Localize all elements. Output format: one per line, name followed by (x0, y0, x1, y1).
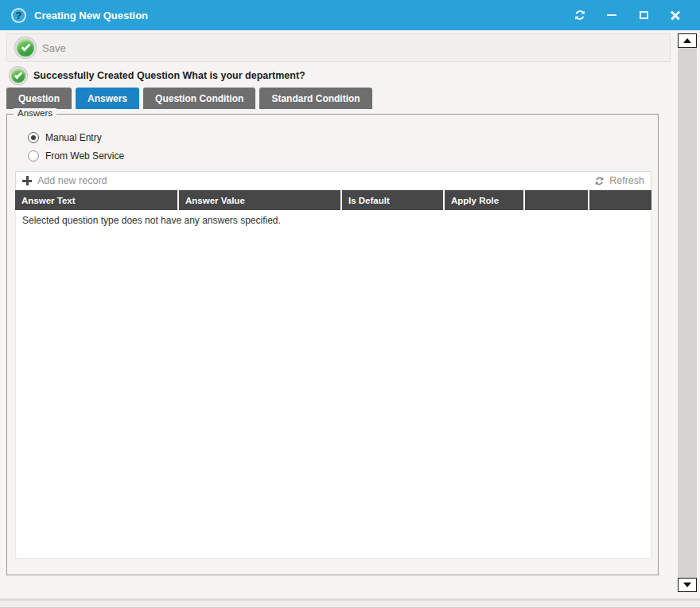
add-new-record-button[interactable]: Add new record (22, 175, 107, 186)
radio-from-web-service-icon (28, 150, 39, 162)
column-header-blank-1 (525, 190, 588, 210)
answers-panel: Answers Manual Entry From Web Service Ad… (6, 114, 659, 575)
success-check-icon (10, 67, 27, 84)
plus-icon (22, 176, 32, 185)
maximize-button[interactable] (636, 8, 651, 22)
grid-toolbar: Add new record Refresh (15, 171, 651, 190)
grid-header-row: Answer Text Answer Value Is Default Appl… (15, 190, 651, 210)
column-header-answer-text[interactable]: Answer Text (15, 190, 177, 210)
scroll-down-icon (683, 583, 691, 587)
column-header-is-default[interactable]: Is Default (342, 190, 443, 210)
window-title: Creating New Question (34, 10, 148, 21)
radio-manual-entry-label: Manual Entry (45, 132, 102, 143)
save-check-icon (15, 37, 36, 58)
app-window: ? Creating New Question Save Successf (0, 0, 700, 608)
tab-question-condition[interactable]: Question Condition (143, 88, 255, 109)
status-message: Successfully Created Question What is yo… (33, 70, 305, 81)
window-bottom-edge (0, 601, 700, 608)
window-controls (573, 8, 689, 22)
grid-refresh-button[interactable]: Refresh (594, 175, 644, 186)
titlebar: ? Creating New Question (0, 0, 700, 30)
tab-strip: Question Answers Question Condition Stan… (6, 88, 372, 109)
close-icon (671, 10, 680, 20)
close-button[interactable] (668, 8, 682, 22)
scroll-down-button[interactable] (678, 578, 697, 592)
scroll-up-button[interactable] (678, 33, 697, 48)
minimize-icon (607, 14, 616, 16)
answers-panel-legend: Answers (14, 108, 56, 118)
status-row: Successfully Created Question What is yo… (10, 67, 305, 84)
help-icon[interactable]: ? (11, 8, 26, 23)
radio-from-web-service[interactable]: From Web Service (28, 150, 124, 162)
save-button[interactable]: Save (15, 37, 66, 58)
grid-body: Selected question type does not have any… (15, 210, 651, 559)
grid-empty-message: Selected question type does not have any… (16, 210, 651, 231)
window-refresh-icon[interactable] (573, 8, 587, 22)
tab-answers[interactable]: Answers (76, 88, 139, 109)
tab-question[interactable]: Question (6, 88, 72, 109)
column-header-apply-role[interactable]: Apply Role (445, 190, 523, 210)
radio-manual-entry-icon (28, 132, 39, 143)
radio-from-web-service-label: From Web Service (45, 150, 124, 162)
vertical-scrollbar[interactable] (678, 33, 697, 592)
tab-standard-condition[interactable]: Standard Condition (259, 88, 371, 109)
scroll-up-icon (683, 38, 691, 43)
minimize-button[interactable] (605, 8, 619, 22)
refresh-label: Refresh (609, 175, 644, 186)
refresh-icon (594, 176, 605, 186)
answers-grid: Add new record Refresh Answer Te (15, 171, 651, 559)
column-header-blank-2 (589, 190, 651, 210)
add-new-record-label: Add new record (37, 175, 107, 186)
radio-manual-entry[interactable]: Manual Entry (28, 132, 102, 143)
maximize-icon (640, 11, 648, 19)
save-button-label: Save (42, 42, 66, 54)
command-toolbar: Save (6, 33, 671, 62)
column-header-answer-value[interactable]: Answer Value (179, 190, 340, 210)
